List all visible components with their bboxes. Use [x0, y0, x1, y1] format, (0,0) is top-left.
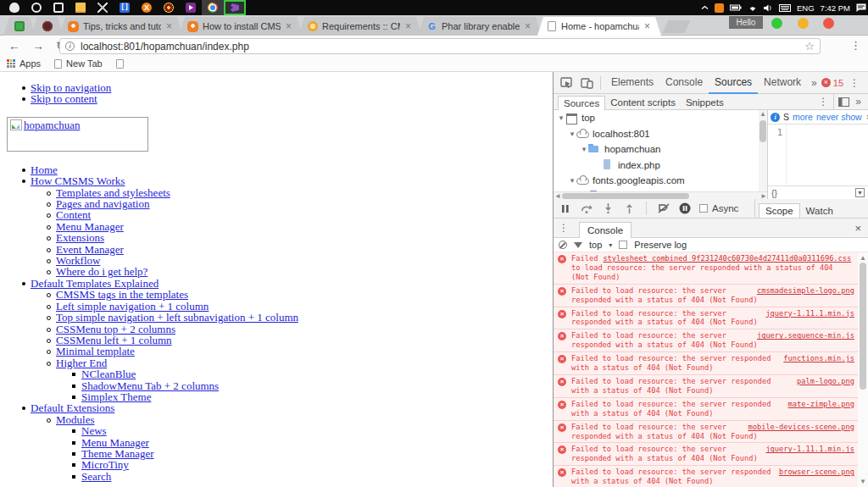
sources-subtab[interactable]: Content scripts	[605, 96, 681, 110]
step-out-icon[interactable]	[622, 202, 636, 215]
expand-icon[interactable]: ▾	[855, 188, 865, 197]
step-into-icon[interactable]	[601, 202, 615, 215]
taskbar-app-button[interactable]	[224, 0, 246, 15]
page-link[interactable]: Search	[81, 470, 111, 483]
tab-close-icon[interactable]: ×	[405, 22, 411, 30]
execution-context[interactable]: top	[589, 240, 602, 250]
drawer-close-icon[interactable]: ×	[854, 222, 861, 235]
resource-link[interactable]: mobile-devices-scene.png	[748, 423, 854, 432]
context-caret-icon[interactable]: ▾	[609, 241, 612, 249]
speaker-icon[interactable]	[764, 4, 773, 12]
scroll-up-icon[interactable]: ▲	[860, 254, 866, 262]
taskbar-app-button[interactable]	[114, 0, 136, 15]
battery-icon[interactable]	[730, 4, 742, 11]
navigator-menu-icon[interactable]: ⋮	[818, 96, 828, 108]
taskbar-app-button[interactable]	[180, 0, 202, 15]
browser-tab[interactable]: Tips, tricks and tutorials f ×	[59, 17, 183, 36]
note-never-show-link[interactable]: never show	[816, 112, 862, 122]
tab-close-icon[interactable]: ×	[644, 22, 650, 30]
scroll-down-icon[interactable]: ▼	[860, 478, 866, 485]
pause-on-exceptions-icon[interactable]	[678, 202, 692, 215]
more-panels-icon[interactable]: »	[853, 96, 864, 108]
new-tab-button[interactable]	[663, 20, 691, 33]
drawer-menu-icon[interactable]: ⋮	[559, 222, 569, 234]
resource-link[interactable]: jquery-1.11.1.min.js	[765, 445, 854, 454]
async-checkbox[interactable]	[699, 204, 708, 213]
step-over-icon[interactable]	[580, 202, 593, 215]
language-indicator[interactable]: ENG	[797, 3, 815, 13]
clock[interactable]: 7:42 PM	[821, 3, 850, 13]
device-toolbar-icon[interactable]	[577, 75, 596, 91]
taskbar-app-button[interactable]	[47, 0, 70, 15]
taskbar-app-button[interactable]	[70, 0, 92, 15]
scroll-up-icon[interactable]: ▲	[760, 111, 766, 118]
vnc-red-dot[interactable]	[823, 18, 834, 29]
more-tabs-icon[interactable]: »	[809, 77, 820, 89]
vnc-green-dot[interactable]	[771, 18, 782, 29]
xampp-tray-icon[interactable]	[715, 3, 724, 13]
scroll-thumb[interactable]	[760, 120, 766, 142]
disclosure-arrow-icon[interactable]: ▾	[580, 145, 588, 153]
taskbar-app-button[interactable]	[25, 0, 47, 15]
resource-link[interactable]: cmsmadesimple-logo.png	[757, 286, 854, 296]
resource-link[interactable]: mate-zimple.png	[788, 400, 854, 409]
navigator-hscrollbar[interactable]: ◄ ►	[554, 191, 768, 199]
page-info-icon[interactable]: i	[65, 42, 75, 51]
scroll-left-icon[interactable]: ◄	[554, 193, 561, 199]
wifi-icon[interactable]	[748, 4, 758, 12]
devtools-tab[interactable]: Sources	[709, 72, 758, 94]
error-count-badge[interactable]: × 15	[821, 78, 843, 88]
scroll-thumb[interactable]	[860, 263, 866, 390]
tab-close-icon[interactable]: ×	[166, 22, 172, 30]
resource-link[interactable]: jquery.sequence-min.js	[757, 331, 854, 340]
browser-menu-icon[interactable]: ⋮	[850, 37, 861, 54]
taskbar-app-button[interactable]	[92, 0, 114, 15]
tab-close-icon[interactable]: ×	[286, 22, 292, 30]
browser-tab[interactable]: How to install CMSMS 2 ×	[179, 17, 303, 36]
console-drawer-tab[interactable]: Console	[579, 222, 632, 238]
taskbar-app-button[interactable]	[158, 0, 180, 15]
note-more-link[interactable]: more	[793, 112, 813, 122]
disclosure-arrow-icon[interactable]: ▾	[557, 113, 565, 122]
action-center-icon[interactable]	[856, 3, 866, 12]
taskbar-app-button[interactable]	[3, 0, 25, 15]
taskbar-app-button[interactable]	[136, 0, 158, 15]
address-bar[interactable]: i localhost:801/hopamchuan/index.php ☆	[59, 38, 821, 54]
tab-close-icon[interactable]: ×	[525, 22, 531, 30]
disclosure-arrow-icon[interactable]: ▾	[568, 130, 576, 138]
apps-shortcut[interactable]: Apps	[7, 58, 41, 69]
deactivate-breakpoints-icon[interactable]	[657, 202, 670, 215]
new-tab-bookmark[interactable]: New Tab	[54, 58, 103, 69]
resource-link[interactable]: functions.min.js	[783, 354, 854, 363]
tree-item[interactable]: ▾ top	[554, 110, 767, 126]
resource-link[interactable]: browser-scene.png	[779, 468, 854, 477]
devtools-menu-icon[interactable]: ⋮	[845, 75, 864, 91]
devtools-tab[interactable]: Network	[758, 72, 807, 94]
resource-link[interactable]: jquery-1.11.1.min.js	[765, 309, 854, 318]
filter-icon[interactable]	[574, 242, 582, 248]
forward-button[interactable]: →	[32, 36, 44, 56]
logo-alt-link[interactable]: hopamchuan	[24, 119, 80, 131]
tree-item[interactable]: ▾ localhost:801	[554, 126, 767, 142]
watch-tab[interactable]: Watch	[800, 204, 839, 218]
sources-subtab[interactable]: Snippets	[681, 96, 729, 110]
untitled-bookmark[interactable]	[116, 59, 124, 69]
scroll-thumb[interactable]	[562, 193, 689, 199]
browser-tab[interactable]: G Phar library enabled. - Ti ×	[418, 17, 542, 36]
devtools-tab[interactable]: Elements	[605, 72, 659, 94]
chevron-up-icon[interactable]	[701, 5, 709, 10]
tree-item[interactable]: ▾ hopamchuan	[554, 141, 767, 158]
resource-link[interactable]: stylesheet_combined_9f231240c60730e4d274…	[603, 254, 851, 263]
sources-subtab[interactable]: Sources	[558, 96, 605, 110]
tree-item[interactable]: ▾ fonts.googleapis.com	[554, 173, 767, 189]
keyboard-icon[interactable]	[779, 4, 791, 12]
pause-script-icon[interactable]	[559, 202, 572, 215]
vnc-yellow-dot[interactable]	[798, 18, 809, 29]
clear-console-icon[interactable]	[559, 241, 567, 249]
tree-item[interactable]: index.php	[554, 158, 767, 174]
disclosure-arrow-icon[interactable]: ▾	[568, 176, 576, 185]
pinned-tab[interactable]	[3, 17, 36, 36]
bookmark-star-icon[interactable]: ☆	[804, 40, 815, 53]
inspect-element-icon[interactable]	[557, 75, 576, 91]
taskbar-app-button[interactable]	[202, 0, 224, 15]
